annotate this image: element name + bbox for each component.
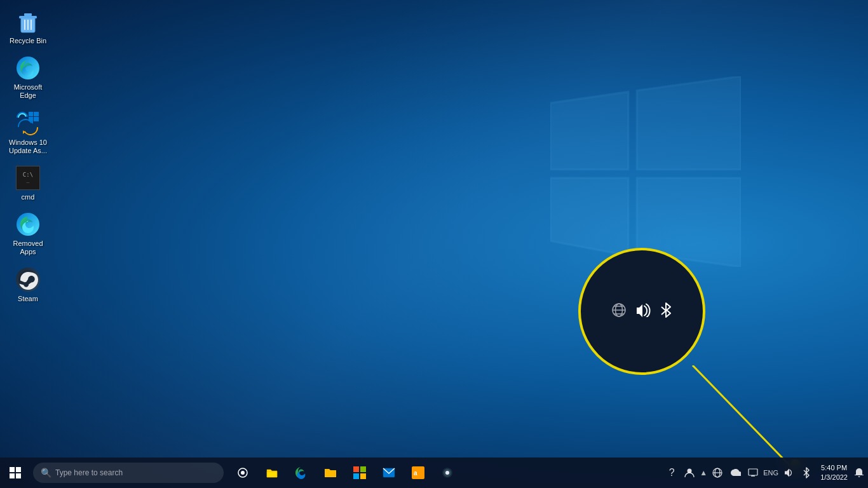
tray-onedrive-icon[interactable] [726, 458, 744, 488]
svg-rect-41 [749, 469, 757, 475]
svg-line-20 [661, 311, 666, 315]
magnified-bluetooth-icon [660, 302, 672, 322]
windows-logo-watermark [550, 76, 741, 267]
start-button[interactable] [0, 458, 31, 488]
svg-point-27 [241, 471, 245, 475]
svg-marker-12 [23, 130, 25, 134]
desktop: Recycle Bin [0, 0, 868, 488]
taskbar-pinned-icons: a [229, 459, 461, 487]
tray-network-icon[interactable] [709, 458, 726, 488]
tray-clock[interactable]: 5:40 PM 1/3/2022 [815, 458, 853, 488]
desktop-icon-windows-update[interactable]: Windows 10 Update As... [5, 108, 51, 158]
svg-rect-10 [34, 117, 39, 121]
magnifier-inner-content [606, 295, 678, 328]
task-view-button[interactable] [229, 459, 257, 487]
removed-apps-label: Removed Apps [8, 240, 48, 256]
search-bar[interactable]: 🔍 Type here to search [33, 463, 224, 483]
svg-rect-8 [34, 112, 39, 116]
svg-rect-25 [16, 473, 21, 478]
taskbar-amazon-button[interactable]: a [404, 459, 432, 487]
svg-rect-24 [10, 473, 15, 478]
desktop-icon-edge[interactable]: Microsoft Edge [5, 53, 51, 102]
desktop-icon-cmd[interactable]: C:\ _ cmd [5, 163, 51, 204]
edge-icon-image [15, 55, 41, 81]
windows-update-icon-image [15, 111, 41, 136]
svg-text:a: a [414, 470, 417, 477]
desktop-icon-removed-apps[interactable]: Removed Apps [5, 209, 51, 259]
removed-apps-icon-image [15, 212, 41, 237]
desktop-icon-steam[interactable]: Steam [5, 264, 51, 306]
taskbar-app-button[interactable] [433, 459, 461, 487]
tray-people-icon[interactable] [681, 458, 698, 488]
recycle-bin-label: Recycle Bin [10, 37, 46, 45]
recycle-bin-icon-image [15, 9, 41, 34]
cmd-label: cmd [22, 193, 35, 201]
desktop-icons-container: Recycle Bin [5, 6, 51, 306]
svg-line-21 [693, 365, 794, 470]
steam-label: Steam [18, 295, 38, 303]
svg-rect-32 [360, 473, 366, 479]
svg-point-36 [445, 471, 449, 475]
tray-show-hidden-button[interactable]: ▲ [698, 458, 709, 488]
svg-rect-30 [360, 466, 366, 472]
steam-icon-image [15, 267, 41, 292]
svg-rect-7 [29, 112, 33, 116]
taskbar-mail-button[interactable] [375, 459, 403, 487]
svg-rect-2 [24, 13, 32, 16]
svg-rect-22 [10, 467, 15, 472]
svg-rect-1 [19, 16, 37, 18]
magnifier-circle [578, 248, 705, 375]
action-center-button[interactable] [853, 458, 865, 488]
search-placeholder: Type here to search [55, 468, 123, 477]
tray-keyboard-icon[interactable]: ENG [762, 458, 780, 488]
tray-date-display: 1/3/2022 [820, 473, 848, 482]
taskbar-explorer-button[interactable] [258, 459, 286, 487]
taskbar: 🔍 Type here to search [0, 458, 868, 488]
tray-time-display: 5:40 PM [821, 463, 847, 473]
windows-update-label: Windows 10 Update As... [8, 139, 48, 155]
tray-bluetooth-icon[interactable] [797, 458, 815, 488]
system-tray: ? ▲ [663, 458, 868, 488]
svg-rect-28 [267, 471, 277, 477]
desktop-icon-recycle-bin[interactable]: Recycle Bin [5, 6, 51, 48]
cmd-icon-image: C:\ _ [15, 165, 41, 191]
tray-help-icon[interactable]: ? [663, 458, 681, 488]
svg-line-19 [661, 307, 666, 311]
taskbar-files-button[interactable] [316, 459, 344, 487]
edge-label: Microsoft Edge [8, 83, 48, 100]
svg-rect-29 [353, 466, 359, 472]
svg-rect-31 [353, 473, 359, 479]
magnified-volume-icon [635, 303, 651, 320]
taskbar-store-button[interactable] [346, 459, 374, 487]
tray-display-icon[interactable] [744, 458, 762, 488]
taskbar-edge-button[interactable] [287, 459, 315, 487]
tray-volume-icon[interactable] [780, 458, 797, 488]
search-icon: 🔍 [41, 468, 51, 478]
magnified-network-icon [612, 303, 626, 320]
svg-rect-23 [16, 467, 21, 472]
